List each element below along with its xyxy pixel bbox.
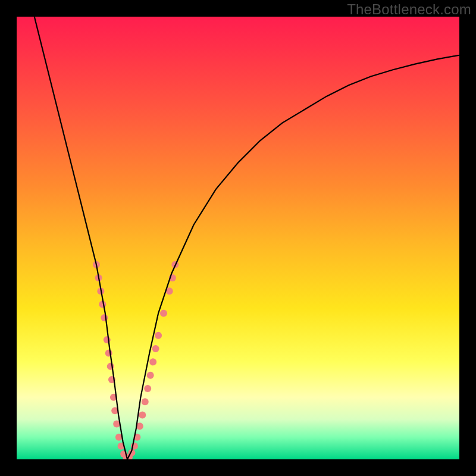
curve-marker [139, 412, 146, 419]
curve-marker [160, 309, 167, 317]
curve-marker [144, 385, 151, 392]
curve-layer [17, 17, 459, 459]
curve-marker [149, 358, 156, 365]
chart-frame: TheBottleneck.com [0, 0, 476, 476]
curve-marker [142, 398, 149, 405]
watermark-text: TheBottleneck.com [347, 1, 471, 18]
plot-area [17, 17, 459, 459]
curve-marker [147, 372, 154, 379]
curve-marker [101, 314, 108, 321]
curve-marker [155, 332, 162, 339]
bottleneck-curve [35, 17, 459, 459]
curve-marker [152, 345, 159, 352]
